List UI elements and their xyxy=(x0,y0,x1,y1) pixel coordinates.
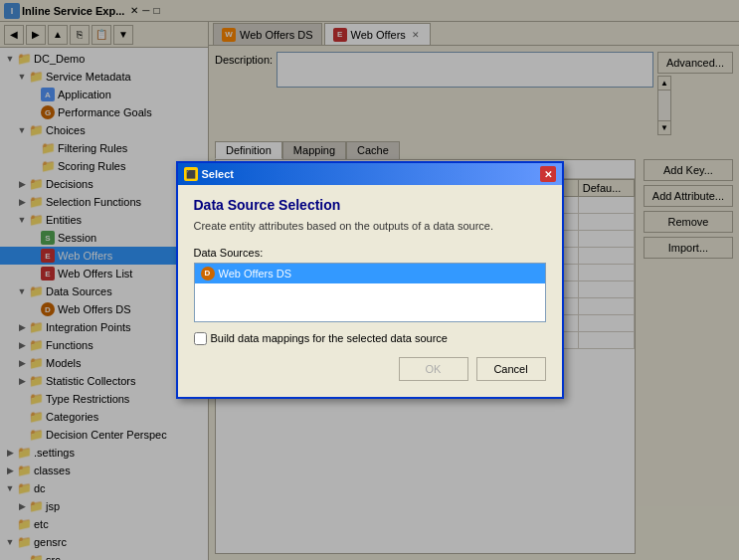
select-modal: ⬛ Select ✕ Data Source Selection Create … xyxy=(176,161,564,398)
modal-ds-list[interactable]: D Web Offers DS xyxy=(194,263,546,322)
modal-body: Data Source Selection Create entity attr… xyxy=(178,185,562,396)
modal-ds-label: Data Sources: xyxy=(194,247,546,259)
modal-desc: Create entity attributes based on the ou… xyxy=(194,219,546,234)
modal-heading: Data Source Selection xyxy=(194,197,546,213)
modal-checkbox-label: Build data mappings for the selected dat… xyxy=(211,332,448,344)
modal-ok-button[interactable]: OK xyxy=(399,357,468,381)
modal-ds-item-text: Web Offers DS xyxy=(219,268,292,280)
modal-title-left: ⬛ Select xyxy=(184,167,234,181)
modal-buttons: OK Cancel xyxy=(194,357,546,385)
modal-ds-item-web-offers-ds[interactable]: D Web Offers DS xyxy=(195,264,545,283)
modal-ds-icon: D xyxy=(201,267,215,280)
modal-checkbox-row: Build data mappings for the selected dat… xyxy=(194,332,546,345)
modal-overlay: ⬛ Select ✕ Data Source Selection Create … xyxy=(0,0,739,560)
modal-title-icon: ⬛ xyxy=(184,167,198,181)
modal-checkbox[interactable] xyxy=(194,332,207,345)
modal-title-text: Select xyxy=(202,168,234,180)
modal-cancel-button[interactable]: Cancel xyxy=(476,357,546,381)
modal-titlebar: ⬛ Select ✕ xyxy=(178,163,562,185)
modal-close-button[interactable]: ✕ xyxy=(540,166,556,182)
